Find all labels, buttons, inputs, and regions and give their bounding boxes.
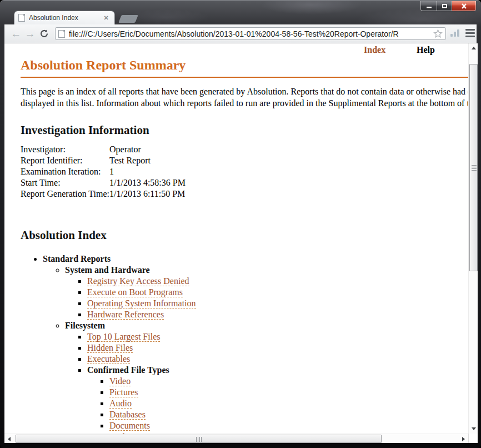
report-list-item: Hardware References	[87, 309, 468, 320]
table-row: Start Time:1/1/2013 4:58:36 PM	[21, 177, 186, 188]
close-icon	[461, 3, 467, 9]
horizontal-scroll-thumb[interactable]	[16, 435, 382, 443]
scroll-down-button[interactable]	[469, 424, 478, 434]
report-list-item: Video	[109, 376, 468, 387]
vertical-scroll-thumb[interactable]	[469, 64, 478, 271]
row-value: 1/1/2013 6:11:50 PM	[109, 188, 186, 200]
url-page-icon	[58, 30, 65, 38]
close-button[interactable]	[452, 1, 476, 11]
report-list-item: Executables	[87, 354, 468, 365]
report-link[interactable]: Operating System Information	[87, 298, 196, 308]
scroll-right-icon	[462, 437, 465, 441]
row-value: Test Report	[109, 155, 186, 166]
row-value: 1	[109, 166, 186, 177]
row-label: Investigator:	[21, 144, 109, 155]
browser-tab[interactable]: Absolution Index ✕	[14, 11, 115, 24]
help-link[interactable]: Help	[417, 45, 435, 55]
table-row: Report Generation Time:1/1/2013 6:11:50 …	[21, 188, 186, 200]
back-button[interactable]: ←	[9, 27, 23, 41]
tree-item-standard-reports: Standard Reports System and Hardware Reg…	[43, 253, 468, 434]
table-row: Examination Iteration:1	[21, 166, 186, 177]
reload-button[interactable]	[37, 27, 51, 41]
scroll-right-button[interactable]	[459, 434, 468, 444]
tab-title: Absolution Index	[29, 14, 102, 22]
report-list-item: Top 10 Largest Files	[87, 331, 468, 342]
page-title: Absolution Report Summary	[21, 58, 468, 73]
row-label: Report Generation Time:	[21, 188, 109, 200]
back-icon: ←	[11, 28, 21, 39]
report-list-item: Pictures	[109, 387, 468, 398]
forward-button[interactable]: →	[23, 27, 37, 41]
thumb-grip	[196, 437, 202, 442]
group-label: Standard Reports	[43, 254, 111, 263]
row-value: Operator	[109, 144, 186, 155]
maximize-button[interactable]	[437, 1, 452, 11]
scroll-up-icon	[472, 47, 476, 49]
page-viewport: Index Help Absolution Report Summary Thi…	[4, 43, 468, 434]
stats-bars-icon[interactable]	[449, 27, 462, 41]
favicon-page-icon	[18, 14, 25, 22]
tree-item-confirmed-file-types: Confirmed File Types VideoPicturesAudioD…	[87, 365, 468, 434]
minimize-button[interactable]	[420, 1, 437, 11]
scrollbar-corner	[468, 434, 478, 443]
investigation-table: Investigator:OperatorReport Identifier:T…	[21, 144, 186, 200]
scroll-down-icon	[472, 427, 476, 430]
index-heading: Absolution Index	[21, 228, 468, 242]
report-link[interactable]: Databases	[109, 410, 146, 420]
maximize-icon	[442, 4, 447, 8]
report-list-item: Operating System Information	[87, 298, 468, 309]
scroll-left-button[interactable]	[4, 434, 14, 444]
new-tab-button[interactable]	[118, 15, 138, 23]
report-link[interactable]: Hardware References	[87, 310, 164, 320]
report-list-item: Databases	[109, 409, 468, 420]
address-bar[interactable]: file:///C:/Users/Eric/Documents/Absoluti…	[55, 27, 446, 40]
tree-item-system-and-hardware: System and Hardware Registry Key Access …	[65, 265, 468, 320]
report-link[interactable]: Top 10 Largest Files	[87, 332, 160, 342]
report-link[interactable]: Video	[109, 376, 131, 386]
report-list-item: Audio	[109, 398, 468, 409]
menu-hamburger-icon[interactable]	[464, 27, 477, 41]
report-link[interactable]: Hidden Files	[87, 343, 133, 353]
group-label: Confirmed File Types	[87, 365, 169, 375]
report-list-item: Documents	[109, 420, 468, 431]
row-value: 1/1/2013 4:58:36 PM	[109, 177, 186, 188]
report-list-item: Hidden Files	[87, 342, 468, 354]
bookmark-star-icon[interactable]	[433, 29, 443, 38]
table-row: Investigator:Operator	[21, 144, 186, 155]
row-label: Report Identifier:	[21, 155, 109, 166]
vertical-scrollbar[interactable]	[468, 43, 478, 434]
url-text[interactable]: file:///C:/Users/Eric/Documents/Absoluti…	[69, 29, 433, 38]
report-list-item: Execute on Boot Programs	[87, 287, 468, 298]
tree-item-filesystem: Filesystem Top 10 Largest FilesHidden Fi…	[65, 320, 468, 434]
table-row: Report Identifier:Test Report	[21, 155, 186, 166]
report-link[interactable]: Documents	[109, 421, 150, 431]
row-label: Examination Iteration:	[21, 166, 109, 177]
report-link[interactable]: Executables	[87, 354, 130, 364]
report-link[interactable]: Pictures	[109, 387, 138, 397]
row-label: Start Time:	[21, 177, 109, 188]
scroll-left-icon	[8, 437, 11, 441]
report-link[interactable]: Registry Key Access Denied	[87, 276, 189, 286]
tab-close-icon[interactable]: ✕	[102, 14, 111, 22]
group-label: System and Hardware	[65, 265, 150, 275]
report-list-item: Registry Key Access Denied	[87, 276, 468, 287]
report-link[interactable]: Execute on Boot Programs	[87, 287, 183, 297]
thumb-grip	[472, 165, 477, 171]
group-label: Filesystem	[65, 321, 105, 330]
title-rule	[21, 77, 468, 78]
browser-toolbar: ← → file:///C:/Users/Eric/Documents/Abso…	[4, 24, 477, 43]
report-link[interactable]: Audio	[109, 399, 132, 409]
scroll-up-button[interactable]	[469, 43, 478, 53]
window-caption-buttons	[420, 1, 476, 11]
horizontal-scrollbar[interactable]	[4, 434, 468, 443]
intro-paragraph: This page is an index of all reports tha…	[21, 86, 468, 109]
reload-icon	[39, 29, 49, 38]
investigation-heading: Investigation Information	[21, 123, 468, 137]
index-link[interactable]: Index	[364, 45, 385, 55]
forward-icon: →	[24, 28, 35, 39]
minimize-icon	[427, 7, 432, 8]
report-index-tree: Standard Reports System and Hardware Reg…	[21, 253, 468, 434]
